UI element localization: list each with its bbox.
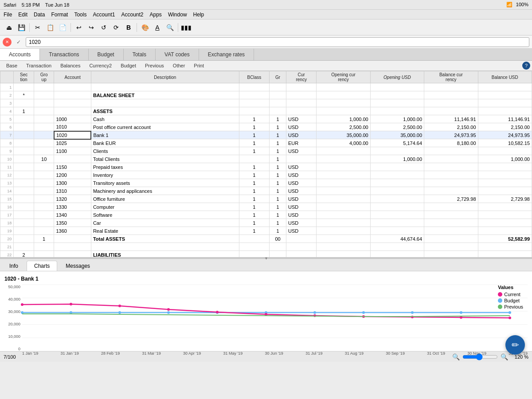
search-input[interactable] bbox=[26, 37, 529, 47]
menu-window[interactable]: Window bbox=[168, 12, 187, 18]
toolbar-copy[interactable]: 📋 bbox=[45, 22, 55, 33]
cell-opening-currency: 1,000.00 bbox=[317, 115, 370, 123]
toolbar-font-color[interactable]: A bbox=[152, 22, 163, 33]
help-button[interactable]: ? bbox=[522, 62, 530, 70]
cell-opening-currency: 35,000.00 bbox=[317, 131, 370, 139]
menu-account1[interactable]: Account1 bbox=[93, 12, 115, 18]
chart-area: 1020 - Bank 1 50,000 40,000 30,000 20,00… bbox=[0, 271, 532, 351]
cell-currency: USD bbox=[286, 115, 317, 123]
table-row[interactable]: 151320Office furniture11USD2,729.982,729… bbox=[0, 195, 532, 203]
table-row[interactable]: 2*BALANCE SHEET bbox=[0, 91, 532, 99]
subtab-other[interactable]: Other bbox=[168, 62, 190, 70]
cell-description: ASSETS bbox=[91, 107, 239, 115]
subtab-base[interactable]: Base bbox=[2, 62, 22, 70]
toolbar-eject[interactable]: ⏏ bbox=[4, 22, 14, 33]
toolbar-cut[interactable]: ✂ bbox=[32, 22, 43, 33]
menu-account2[interactable]: Account2 bbox=[121, 12, 143, 18]
cell-balance-usd bbox=[478, 179, 532, 187]
toolbar-search[interactable]: 🔍 bbox=[164, 22, 175, 33]
menu-data[interactable]: Data bbox=[34, 12, 45, 18]
cell-section: * bbox=[14, 91, 34, 99]
table-row[interactable]: 131300Transitory assets11USD bbox=[0, 179, 532, 187]
bottom-tab-charts[interactable]: Charts bbox=[27, 261, 57, 271]
cell-balance-usd bbox=[478, 107, 532, 115]
toolbar-rotate[interactable]: ⟳ bbox=[111, 22, 121, 33]
table-row[interactable]: 61010Post office current account11USD2,5… bbox=[0, 123, 532, 131]
subtab-previous[interactable]: Previous bbox=[141, 62, 168, 70]
cell-balance-currency bbox=[424, 147, 478, 155]
cell-bclass bbox=[239, 99, 269, 107]
table-row[interactable]: 201Total ASSETS0044,674.6452,582.99 bbox=[0, 235, 532, 243]
subtab-print[interactable]: Print bbox=[189, 62, 208, 70]
table-row[interactable]: 121200Inventory11USD bbox=[0, 171, 532, 179]
table-row[interactable]: 21 bbox=[0, 243, 532, 251]
table-row[interactable]: 171340Software11USD bbox=[0, 211, 532, 219]
cell-group bbox=[34, 187, 54, 195]
cell-opening-currency bbox=[317, 171, 370, 179]
cell-balance-usd bbox=[478, 163, 532, 171]
cell-opening-currency bbox=[317, 227, 370, 235]
tab-vat-codes[interactable]: VAT codes bbox=[156, 49, 199, 60]
table-row[interactable]: 141310Machinery and applicances11USD bbox=[0, 187, 532, 195]
cell-section bbox=[14, 155, 34, 163]
edit-fab[interactable]: ✏ bbox=[505, 335, 525, 355]
table-row[interactable]: 81025Bank EUR11EUR4,000.005,174.648,180.… bbox=[0, 139, 532, 147]
cell-opening-usd bbox=[370, 187, 424, 195]
toolbar-paste[interactable]: 📄 bbox=[57, 22, 68, 33]
menu-edit[interactable]: Edit bbox=[18, 12, 27, 18]
toolbar-bold[interactable]: B bbox=[123, 22, 134, 33]
cell-opening-currency: 4,000.00 bbox=[317, 139, 370, 147]
table-row[interactable]: 91100Clients11USD bbox=[0, 147, 532, 155]
cell-currency: USD bbox=[286, 147, 317, 155]
cell-balance-usd: 2,150.00 bbox=[478, 123, 532, 131]
cell-account: 1330 bbox=[54, 203, 91, 211]
menu-help[interactable]: Help bbox=[193, 12, 204, 18]
menu-tools[interactable]: Tools bbox=[74, 12, 86, 18]
subtab-transaction[interactable]: Transaction bbox=[22, 62, 56, 70]
subtab-currency2[interactable]: Currency2 bbox=[85, 62, 116, 70]
bottom-tab-info[interactable]: Info bbox=[2, 261, 26, 271]
tab-accounts[interactable]: Accounts bbox=[0, 49, 40, 60]
cell-opening-currency bbox=[317, 243, 370, 251]
cell-description: Real Estate bbox=[91, 227, 239, 235]
confirm-button[interactable]: ✓ bbox=[14, 38, 23, 47]
table-row[interactable]: 111150Prepaid taxes11USD bbox=[0, 163, 532, 171]
cell-balance-usd: 1,000.00 bbox=[478, 155, 532, 163]
menu-file[interactable]: File bbox=[4, 12, 12, 18]
row-number: 20 bbox=[0, 235, 14, 243]
table-row[interactable]: 191360Real Estate11USD bbox=[0, 227, 532, 235]
col-currency: Currency bbox=[286, 71, 317, 83]
table-row[interactable]: 1 bbox=[0, 83, 532, 91]
tab-totals[interactable]: Totals bbox=[124, 49, 156, 60]
cell-account: 1150 bbox=[54, 163, 91, 171]
table-row[interactable]: 71020Bank 111USD35,000.0035,000.0024,973… bbox=[0, 131, 532, 139]
cell-section: 2 bbox=[14, 251, 34, 258]
toolbar-refresh[interactable]: ↺ bbox=[98, 22, 109, 33]
cancel-button[interactable]: ✕ bbox=[3, 38, 12, 47]
tab-budget[interactable]: Budget bbox=[89, 49, 124, 60]
table-container[interactable]: Section Group Account Description BClass… bbox=[0, 71, 532, 257]
table-row[interactable]: 3 bbox=[0, 99, 532, 107]
table-row[interactable]: 1010Total Clients11,000.001,000.00 bbox=[0, 155, 532, 163]
toolbar-redo[interactable]: ↪ bbox=[86, 22, 97, 33]
table-row[interactable]: 51000Cash11USD1,000.001,000.0011,146.911… bbox=[0, 115, 532, 123]
menu-apps[interactable]: Apps bbox=[150, 12, 162, 18]
menu-format[interactable]: Format bbox=[51, 12, 68, 18]
table-row[interactable]: 181350Car11USD bbox=[0, 219, 532, 227]
table-row[interactable]: 161330Computer11USD bbox=[0, 203, 532, 211]
toolbar-highlight[interactable]: 🎨 bbox=[140, 22, 150, 33]
col-balance-usd: Balance USD bbox=[478, 71, 532, 83]
cell-opening-usd: 1,000.00 bbox=[370, 115, 424, 123]
tab-transactions[interactable]: Transactions bbox=[40, 49, 88, 60]
table-row[interactable]: 41ASSETS bbox=[0, 107, 532, 115]
toolbar-save[interactable]: 💾 bbox=[16, 22, 27, 33]
bottom-tab-messages[interactable]: Messages bbox=[58, 261, 98, 271]
toolbar-undo[interactable]: ↩ bbox=[74, 22, 84, 33]
subtab-budget[interactable]: Budget bbox=[116, 62, 141, 70]
tab-exchange-rates[interactable]: Exchange rates bbox=[199, 49, 254, 60]
toolbar-chart[interactable]: ▮▮▮ bbox=[181, 22, 192, 33]
cell-balance-currency bbox=[424, 203, 478, 211]
subtab-balances[interactable]: Balances bbox=[56, 62, 85, 70]
cell-balance-currency bbox=[424, 251, 478, 258]
cell-balance-usd: 52,582.99 bbox=[478, 235, 532, 243]
